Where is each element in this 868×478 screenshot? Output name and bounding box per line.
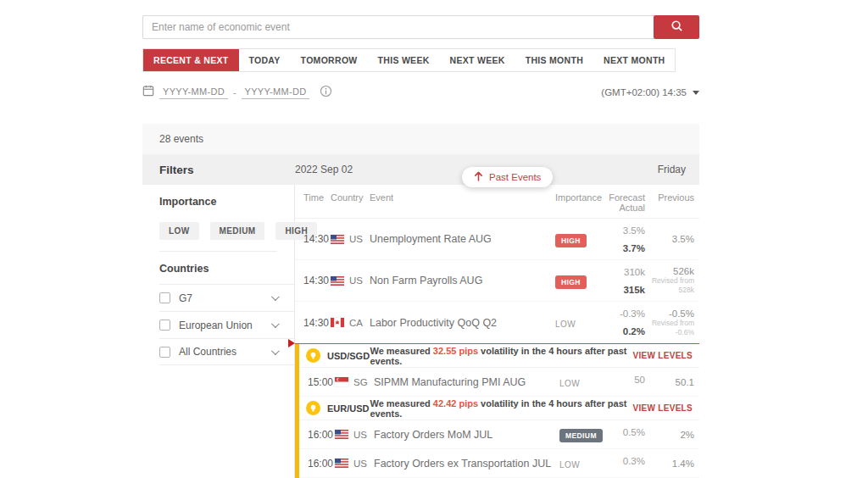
event-importance: HIGH xyxy=(555,231,599,247)
event-forecast-actual: 310k 315k xyxy=(599,267,645,295)
country-group-label: G7 xyxy=(179,292,192,304)
g7-checkbox[interactable] xyxy=(159,292,170,303)
event-time: 15:00 xyxy=(308,376,335,388)
event-previous: 50.1 xyxy=(645,377,694,387)
timezone-selector[interactable]: (GMT+02:00) 14:35 xyxy=(601,87,699,97)
chevron-down-icon[interactable] xyxy=(271,320,280,328)
table-row[interactable]: 16:00 US Factory Orders MoM JUL MEDIUM 0… xyxy=(299,420,699,449)
event-time: 16:00 xyxy=(308,429,335,441)
event-forecast-actual: 0.3% xyxy=(604,461,645,466)
volatility-banner: EUR/USD We measured 42.42 pips volatilit… xyxy=(299,397,699,420)
countries-title: Countries xyxy=(159,263,294,275)
lightbulb-icon xyxy=(306,401,320,415)
filters-sidebar: Importance LOW MEDIUM HIGH Countries G7 … xyxy=(142,185,295,478)
country-group-european-union[interactable]: European Union xyxy=(159,311,294,338)
importance-medium-button[interactable]: MEDIUM xyxy=(210,222,265,240)
country-group-g7[interactable]: G7 xyxy=(159,284,294,311)
tab-next-month[interactable]: NEXT MONTH xyxy=(593,49,675,71)
view-levels-link[interactable]: VIEW LEVELS xyxy=(632,351,699,360)
col-previous: Previous xyxy=(645,192,694,203)
flag-us-icon xyxy=(335,459,348,468)
all-countries-checkbox[interactable] xyxy=(159,347,170,358)
date-to-input[interactable]: YYYY-MM-DD xyxy=(242,86,310,99)
col-importance: Importance xyxy=(555,192,599,203)
event-forecast-actual: 0.5% xyxy=(604,432,645,437)
table-row[interactable]: 14:30 US Unemployment Rate AUG HIGH 3.5%… xyxy=(295,219,699,260)
calendar-icon xyxy=(142,85,154,100)
event-name: SIPMM Manufacturing PMI AUG xyxy=(374,376,559,388)
currency-pair: EUR/USD xyxy=(327,403,370,414)
economic-calendar: RECENT & NEXT TODAY TOMORROW THIS WEEK N… xyxy=(142,15,699,478)
event-forecast-actual: 3.5% 3.7% xyxy=(599,225,645,253)
importance-label: LOW xyxy=(555,320,576,329)
table-row[interactable]: 14:30 US Non Farm Payrolls AUG HIGH 310k… xyxy=(295,260,699,302)
currency-pair: USD/SGD xyxy=(327,351,370,361)
event-previous: 2% xyxy=(645,430,694,440)
day-date: 2022 Sep 02 xyxy=(295,164,353,175)
view-levels-link[interactable]: VIEW LEVELS xyxy=(632,403,699,413)
col-time: Time xyxy=(303,192,331,203)
event-time: 14:30 xyxy=(303,275,331,286)
importance-badge: HIGH xyxy=(555,275,587,289)
event-importance: LOW xyxy=(559,375,604,390)
tab-tomorrow[interactable]: TOMORROW xyxy=(291,49,368,71)
events-table: Time Country Event Importance ForecastAc… xyxy=(295,185,699,478)
volatility-message: We measured 32.55 pips volatility in the… xyxy=(370,346,632,366)
event-name: Non Farm Payrolls AUG xyxy=(370,275,555,286)
period-tabs: RECENT & NEXT TODAY TOMORROW THIS WEEK N… xyxy=(142,48,676,72)
table-row[interactable]: 16:00 US Factory Orders ex Transportatio… xyxy=(299,449,699,478)
chevron-down-icon[interactable] xyxy=(271,292,280,301)
importance-filters: LOW MEDIUM HIGH xyxy=(159,222,294,240)
tab-next-week[interactable]: NEXT WEEK xyxy=(440,49,515,71)
event-country: US xyxy=(331,234,370,244)
arrow-up-icon xyxy=(474,171,483,183)
search-button[interactable] xyxy=(654,15,699,39)
event-previous: -0.5% Revised from -0.6% xyxy=(645,308,694,336)
upcoming-events-block: USD/SGD We measured 32.55 pips volatilit… xyxy=(295,344,699,478)
event-importance: HIGH xyxy=(555,273,599,289)
flag-ca-icon xyxy=(331,318,344,327)
tab-this-month[interactable]: THIS MONTH xyxy=(515,49,593,71)
table-header: Time Country Event Importance ForecastAc… xyxy=(295,185,699,219)
col-country: Country xyxy=(331,192,370,203)
country-group-label: All Countries xyxy=(179,346,236,358)
event-importance: LOW xyxy=(555,315,599,331)
table-row[interactable]: 14:30 CA Labor Productivity QoQ Q2 LOW -… xyxy=(295,302,699,343)
event-previous: 3.5% xyxy=(645,234,694,244)
day-header-bar: Filters 2022 Sep 02 Friday xyxy=(142,154,699,185)
event-time: 14:30 xyxy=(303,233,331,245)
day-weekday: Friday xyxy=(658,164,699,175)
tab-today[interactable]: TODAY xyxy=(239,49,291,71)
event-country: US xyxy=(335,430,374,440)
event-name: Factory Orders MoM JUL xyxy=(374,429,559,441)
info-icon[interactable] xyxy=(320,85,332,101)
date-separator: - xyxy=(233,87,236,97)
table-row[interactable]: 15:00 SG SIPMM Manufacturing PMI AUG LOW… xyxy=(299,368,699,397)
event-time: 14:30 xyxy=(303,317,331,329)
country-group-all-countries[interactable]: All Countries xyxy=(159,338,294,365)
event-previous: 1.4% xyxy=(645,459,694,469)
event-country: US xyxy=(335,459,374,469)
filters-title: Filters xyxy=(142,164,295,176)
volatility-banner: USD/SGD We measured 32.55 pips volatilit… xyxy=(299,344,699,368)
past-events-button[interactable]: Past Events xyxy=(462,167,553,187)
timezone-label: (GMT+02:00) 14:35 xyxy=(601,87,687,97)
search-input[interactable] xyxy=(142,15,654,39)
col-event: Event xyxy=(370,192,555,203)
importance-label: LOW xyxy=(559,460,580,470)
tab-recent-next[interactable]: RECENT & NEXT xyxy=(143,49,239,71)
event-country: CA xyxy=(331,318,370,328)
events-count-bar: 28 events xyxy=(142,124,699,154)
european-union-checkbox[interactable] xyxy=(159,320,170,331)
event-name: Labor Productivity QoQ Q2 xyxy=(370,317,555,329)
main-content: Importance LOW MEDIUM HIGH Countries G7 … xyxy=(142,185,699,478)
flag-us-icon xyxy=(331,235,344,244)
country-group-label: European Union xyxy=(179,320,253,331)
tab-this-week[interactable]: THIS WEEK xyxy=(368,49,440,71)
event-name: Unemployment Rate AUG xyxy=(370,233,555,245)
chevron-down-icon[interactable] xyxy=(271,347,280,355)
date-range-row: YYYY-MM-DD - YYYY-MM-DD (GMT+02:00) 14:3… xyxy=(142,84,699,101)
date-from-input[interactable]: YYYY-MM-DD xyxy=(159,86,228,99)
importance-badge: HIGH xyxy=(555,234,587,247)
importance-low-button[interactable]: LOW xyxy=(159,222,199,240)
